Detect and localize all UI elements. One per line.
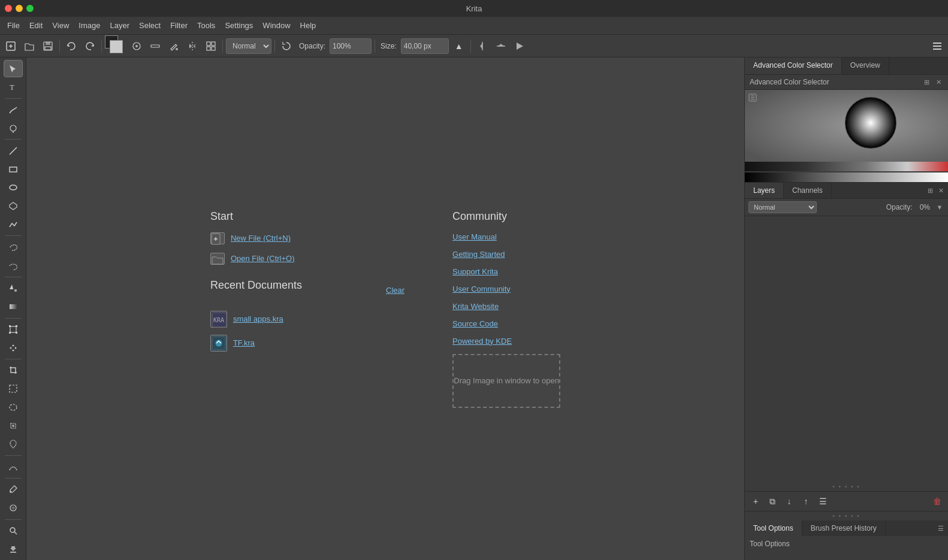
blend-mode-select[interactable]: Normal Multiply Screen Overlay xyxy=(226,38,271,54)
tool-smart-patch[interactable] xyxy=(4,500,23,517)
tool-rect-select[interactable] xyxy=(4,380,23,398)
link-krita-website[interactable]: Krita Website xyxy=(452,302,560,311)
recent-file-2[interactable]: TF.kra xyxy=(210,335,404,352)
tab-channels[interactable]: Channels xyxy=(784,183,832,198)
move-layer-down-button[interactable]: ↓ xyxy=(782,494,796,508)
tool-freehand[interactable] xyxy=(4,101,23,119)
tab-layers[interactable]: Layers xyxy=(745,183,784,198)
tool-crop[interactable] xyxy=(4,362,23,379)
menu-view[interactable]: View xyxy=(47,19,74,32)
open-file-link[interactable]: Open File (Ctrl+O) xyxy=(210,253,404,265)
link-support-krita[interactable]: Support Krita xyxy=(452,267,560,276)
link-user-community[interactable]: User Community xyxy=(452,284,560,293)
tool-transform[interactable] xyxy=(4,321,23,338)
tab-advanced-color-selector[interactable]: Advanced Color Selector xyxy=(745,57,842,74)
tool-pan[interactable] xyxy=(4,540,23,558)
layers-close-icon[interactable]: ✕ xyxy=(936,186,946,195)
color-selector-float-icon[interactable]: ⊞ xyxy=(922,77,931,87)
tool-ellipse-select[interactable] xyxy=(4,399,23,416)
opacity-input[interactable] xyxy=(330,38,372,54)
tool-fill[interactable] xyxy=(4,280,23,297)
size-input[interactable] xyxy=(401,38,449,54)
size-up-button[interactable]: ▲ xyxy=(451,38,467,55)
tool-move[interactable] xyxy=(4,339,23,356)
tool-polygon[interactable] xyxy=(4,198,23,215)
tool-paint[interactable] xyxy=(4,120,23,137)
recent-file-name-2[interactable]: TF.kra xyxy=(233,338,255,347)
tool-zoom[interactable] xyxy=(4,522,23,539)
tool-ellipse[interactable] xyxy=(4,179,23,196)
tool-bezier-select[interactable] xyxy=(4,458,23,476)
drag-drop-box[interactable]: Drag Image in window to open xyxy=(452,354,560,408)
color-selector-close-icon[interactable]: ✕ xyxy=(934,77,943,87)
mirror-button[interactable] xyxy=(184,38,201,55)
copy-layer-button[interactable]: ⧉ xyxy=(765,494,780,508)
tool-polyline[interactable] xyxy=(4,216,23,234)
menu-edit[interactable]: Edit xyxy=(25,19,47,32)
menu-filter[interactable]: Filter xyxy=(165,19,192,32)
recent-file-name-1[interactable]: small apps.kra xyxy=(233,314,283,323)
tool-select[interactable] xyxy=(4,60,23,77)
color-selector-settings-icon[interactable] xyxy=(747,92,758,103)
erase-toggle[interactable] xyxy=(147,38,164,55)
hue-slider[interactable] xyxy=(745,162,948,171)
link-powered-by-kde[interactable]: Powered by KDE xyxy=(452,337,560,346)
clear-recent-link[interactable]: Clear xyxy=(386,286,404,295)
background-color[interactable] xyxy=(110,40,123,53)
new-file-button[interactable] xyxy=(2,38,19,55)
close-button[interactable] xyxy=(5,5,12,12)
tool-gradient[interactable] xyxy=(4,298,23,316)
play-button[interactable] xyxy=(511,38,528,55)
add-layer-button[interactable]: + xyxy=(748,494,763,508)
color-wheel-area[interactable] xyxy=(745,90,948,162)
link-getting-started[interactable]: Getting Started xyxy=(452,250,560,259)
layers-filter-icon[interactable]: ▼ xyxy=(935,202,944,212)
bottom-drag-handle[interactable]: • • • • • xyxy=(745,511,948,520)
layer-settings-button[interactable]: ☰ xyxy=(816,494,830,508)
tab-brush-preset-history[interactable]: Brush Preset History xyxy=(802,520,886,536)
recent-file-1[interactable]: KRA small apps.kra xyxy=(210,311,404,328)
layers-blend-mode[interactable]: Normal xyxy=(748,201,817,213)
menu-settings[interactable]: Settings xyxy=(220,19,258,32)
layers-float-icon[interactable]: ⊞ xyxy=(925,186,935,195)
menu-file[interactable]: File xyxy=(2,19,25,32)
reset-colors-button[interactable] xyxy=(278,38,295,55)
tool-rectangle[interactable] xyxy=(4,161,23,178)
save-file-button[interactable] xyxy=(40,38,56,55)
tab-overview[interactable]: Overview xyxy=(842,57,889,74)
redo-button[interactable] xyxy=(81,38,98,55)
v-mirror-button[interactable] xyxy=(493,38,509,55)
tool-text[interactable]: T xyxy=(4,78,23,96)
delete-layer-button[interactable]: 🗑 xyxy=(930,494,944,508)
wrap-button[interactable] xyxy=(203,38,219,55)
fill-button[interactable] xyxy=(165,38,182,55)
open-file-button[interactable] xyxy=(21,38,38,55)
maximize-button[interactable] xyxy=(26,5,34,12)
bottom-panel-settings-icon[interactable]: ☰ xyxy=(936,523,946,533)
undo-button[interactable] xyxy=(63,38,80,55)
menu-layer[interactable]: Layer xyxy=(105,19,134,32)
menu-tools[interactable]: Tools xyxy=(192,19,220,32)
tool-smart-select[interactable] xyxy=(4,257,23,274)
menu-image[interactable]: Image xyxy=(74,19,105,32)
tool-color-picker[interactable] xyxy=(4,481,23,498)
tool-similar-select[interactable] xyxy=(4,435,23,453)
choose-workspace-button[interactable] xyxy=(929,38,946,55)
new-file-link[interactable]: New File (Ctrl+N) xyxy=(210,232,404,244)
link-user-manual[interactable]: User Manual xyxy=(452,232,560,241)
move-layer-up-button[interactable]: ↑ xyxy=(799,494,813,508)
minimize-button[interactable] xyxy=(16,5,23,12)
tool-line[interactable] xyxy=(4,142,23,159)
menu-window[interactable]: Window xyxy=(258,19,295,32)
tab-tool-options[interactable]: Tool Options xyxy=(745,520,802,536)
value-slider[interactable] xyxy=(745,172,948,182)
brush-presets-button[interactable] xyxy=(128,38,145,55)
link-source-code[interactable]: Source Code xyxy=(452,319,560,328)
drag-collapse-handle[interactable]: • • • • • xyxy=(745,482,948,491)
open-file-text[interactable]: Open File (Ctrl+O) xyxy=(231,254,295,263)
menu-help[interactable]: Help xyxy=(295,19,321,32)
tool-contiguous-select[interactable] xyxy=(4,417,23,435)
menu-select[interactable]: Select xyxy=(134,19,165,32)
h-mirror-button[interactable] xyxy=(474,38,491,55)
tool-freehand-select[interactable] xyxy=(4,238,23,256)
